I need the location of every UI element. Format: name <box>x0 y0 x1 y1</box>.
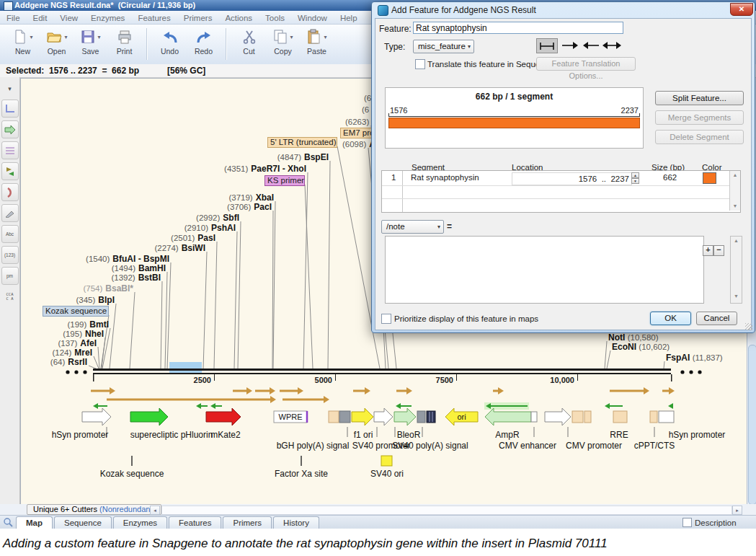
site-name[interactable]: BsaBI* <box>105 283 133 294</box>
map-feature-label[interactable]: superecliptic pHluorin <box>130 430 213 440</box>
toolbar-open-button[interactable]: ▾Open <box>40 27 74 64</box>
site-name[interactable]: PacI <box>254 202 272 212</box>
site-name[interactable]: NotI <box>608 332 628 343</box>
enzyme-site-label[interactable]: (2501)PasI <box>171 234 215 243</box>
sv40-ori-box[interactable] <box>381 456 392 466</box>
feature-flag-label[interactable]: KS primer <box>264 175 305 186</box>
site-name[interactable]: BmtI <box>89 319 109 330</box>
prioritize-checkbox[interactable] <box>381 314 391 324</box>
segment-bar[interactable] <box>388 118 640 128</box>
menu-actions[interactable]: Actions <box>218 12 259 22</box>
feature-type-dropdown[interactable]: misc_feature▾ <box>413 40 474 53</box>
feature-f1-ori[interactable] <box>352 408 373 425</box>
map-feature-label[interactable]: CMV promoter <box>566 441 622 451</box>
direction-both-button[interactable] <box>602 39 621 52</box>
segment-location-field[interactable]: 1576 .. 2237 <box>512 172 632 185</box>
merge-segments-button[interactable]: Merge Segments <box>655 110 744 125</box>
site-name[interactable]: BsiWI <box>182 243 205 253</box>
map-feature-label[interactable]: CMV enhancer <box>499 441 556 451</box>
feature-mkate2[interactable] <box>206 408 241 425</box>
site-name[interactable]: RsrII <box>68 357 87 367</box>
site-name[interactable]: MreI <box>74 348 92 358</box>
menu-file[interactable]: File <box>0 12 27 22</box>
scroll-down-icon[interactable]: ▼ <box>730 203 740 208</box>
close-icon[interactable]: ✕ <box>730 3 753 16</box>
direction-forward-button[interactable] <box>561 39 579 52</box>
feature-cppt-cts[interactable] <box>650 411 657 423</box>
feature-cmv-enhancer[interactable] <box>545 408 571 425</box>
horizontal-scrollbar[interactable] <box>161 506 732 515</box>
site-name[interactable]: FspAI <box>666 353 693 363</box>
map-feature-label[interactable]: RRE <box>610 430 628 440</box>
menu-view[interactable]: View <box>53 12 84 22</box>
feature-bleor[interactable] <box>394 408 416 425</box>
segment-row-name[interactable]: Rat synaptophysin <box>411 173 479 182</box>
toolbar-copy-button[interactable]: ▾Copy <box>266 27 300 64</box>
enzyme-site-label[interactable]: (2274)BsiWI <box>154 244 205 253</box>
ok-button[interactable]: OK <box>650 312 691 325</box>
enzyme-set-indicator[interactable]: Unique 6+ Cutters (Nonredundant) <box>27 504 161 515</box>
resize-grip[interactable] <box>745 323 752 330</box>
enzyme-site-label[interactable]: (3706)PacI <box>227 203 272 212</box>
feature-name-input[interactable] <box>413 22 623 34</box>
scroll-up-icon[interactable]: ▲ <box>731 238 742 243</box>
menu-primers[interactable]: Primers <box>177 12 219 22</box>
scroll-up-icon[interactable]: ▲ <box>730 172 740 177</box>
feature-flag-label[interactable]: Kozak sequence <box>43 306 109 317</box>
feature-superecliptic-phluorin[interactable] <box>130 408 168 425</box>
menu-tools[interactable]: Tools <box>259 12 291 22</box>
enzyme-site-label[interactable]: FspAI (11,837) <box>666 353 726 363</box>
translations-tool[interactable] <box>1 183 19 201</box>
feature-ampr[interactable] <box>485 408 531 425</box>
table-scrollbar[interactable]: ▲ ▼ <box>729 171 740 211</box>
numbering-tool[interactable]: (123) <box>1 246 19 264</box>
location-spinner[interactable]: ▲ ▼ <box>631 172 639 185</box>
site-name[interactable]: PshAI <box>211 223 236 233</box>
menu-enzymes[interactable]: Enzymes <box>84 12 131 22</box>
nonredundant-label[interactable]: (Nonredundant) <box>99 505 155 513</box>
toolbar-undo-button[interactable]: Undo <box>153 27 187 64</box>
collapse-tool[interactable]: ▾ <box>2 80 18 97</box>
direction-reverse-button[interactable] <box>582 39 600 52</box>
site-name[interactable]: NheI <box>85 329 104 339</box>
site-name[interactable]: PaeR7I - XhoI <box>251 164 306 174</box>
note-textarea[interactable] <box>385 236 704 304</box>
delete-segment-button[interactable]: Delete Segment <box>655 130 744 144</box>
enzyme-site-label[interactable]: (754)BsaBI* <box>83 284 133 294</box>
enzymes-tool[interactable] <box>1 100 19 118</box>
plasmid-line[interactable] <box>93 369 671 371</box>
remove-qualifier-button[interactable]: − <box>713 245 724 256</box>
toolbar-print-button[interactable]: Print <box>107 27 141 64</box>
feature-cmv-promoter[interactable] <box>572 411 583 423</box>
toolbar-cut-button[interactable]: Cut <box>232 27 266 64</box>
annotate-tool[interactable] <box>1 204 19 222</box>
feature-hsyn-promoter[interactable] <box>82 408 111 425</box>
split-feature-button[interactable]: Split Feature... <box>655 91 744 105</box>
features-tool[interactable] <box>1 120 19 138</box>
map-feature-label[interactable]: bGH poly(A) signal <box>277 441 350 451</box>
selection-highlight[interactable] <box>169 362 202 374</box>
feature-sv40-promoter[interactable] <box>374 408 393 425</box>
enzyme-site-label[interactable]: (2992)SbfI <box>196 213 239 223</box>
labels-tool[interactable]: Abc <box>1 225 19 243</box>
segment-color-swatch[interactable] <box>703 172 716 184</box>
toolbar-paste-button[interactable]: ▾Paste <box>300 27 334 64</box>
site-name[interactable]: BspEI <box>304 152 329 162</box>
feature-flag-label[interactable]: 5' LTR (truncated) <box>267 137 337 148</box>
map-feature-label[interactable]: mKate2 <box>210 430 240 440</box>
menu-edit[interactable]: Edit <box>27 12 54 22</box>
toolbar-save-button[interactable]: ▾Save <box>74 27 107 64</box>
map-feature-label[interactable]: cPPT/CTS <box>634 441 675 451</box>
map-feature-label[interactable]: hSyn promoter <box>669 430 726 440</box>
feature-rre[interactable] <box>613 411 627 423</box>
scroll-down-icon[interactable]: ▼ <box>731 294 742 299</box>
translate-checkbox[interactable] <box>415 59 425 69</box>
feature-sv40-poly-a-signal[interactable] <box>427 411 435 423</box>
primers-tool[interactable] <box>1 141 19 159</box>
enzyme-site-label[interactable]: (1392)BstBI <box>111 273 161 283</box>
toolbar-redo-button[interactable]: Redo <box>187 27 221 64</box>
map-feature-label[interactable]: SV40 poly(A) signal <box>392 441 468 451</box>
spinner-up-icon[interactable]: ▲ <box>631 172 639 178</box>
search-icon[interactable] <box>3 517 14 528</box>
feature-bgh-poly-a-signal[interactable] <box>339 411 350 423</box>
